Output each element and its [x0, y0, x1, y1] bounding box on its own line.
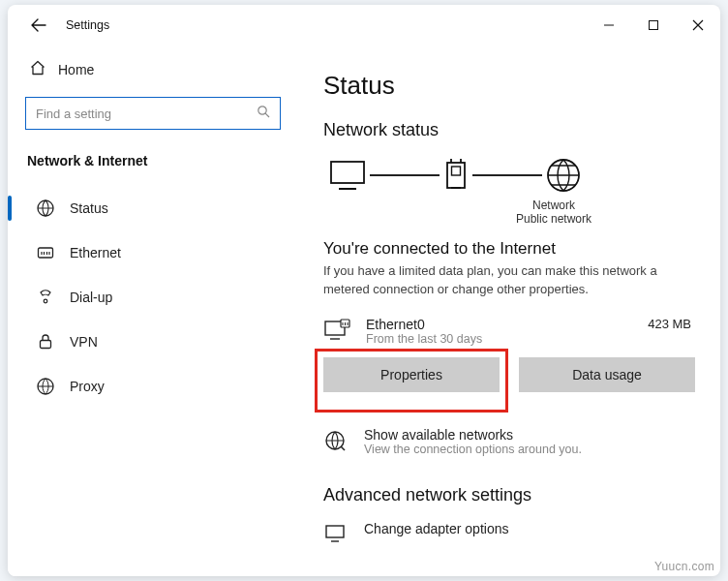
minimize-icon [603, 19, 615, 31]
available-networks-icon [323, 429, 350, 456]
router-icon [441, 159, 470, 192]
page-title: Status [323, 71, 695, 101]
show-available-networks[interactable]: Show available networks View the connect… [323, 427, 695, 456]
sidebar-home-label: Home [58, 62, 94, 77]
watermark: Yuucn.com [654, 560, 714, 573]
status-icon [35, 199, 56, 218]
diagram-center-label: Network [532, 199, 575, 212]
connection-sub: From the last 30 days [366, 332, 634, 346]
sidebar-item-proxy[interactable]: Proxy [25, 364, 281, 409]
search-input[interactable] [36, 107, 257, 121]
svg-rect-0 [650, 21, 658, 30]
network-status-heading: Network status [323, 120, 695, 140]
change-adapter-label: Change adapter options [364, 521, 508, 536]
network-diagram [323, 156, 695, 195]
minimize-button[interactable] [587, 5, 631, 46]
advanced-heading: Advanced network settings [323, 485, 695, 505]
svg-rect-9 [452, 167, 461, 175]
maximize-icon [648, 19, 659, 31]
settings-window: Settings Home [8, 5, 720, 576]
close-icon [692, 19, 704, 31]
connection-ethernet-icon [323, 319, 352, 348]
svg-rect-5 [41, 341, 51, 349]
search-box[interactable] [25, 97, 281, 130]
change-adapter-options[interactable]: Change adapter options [323, 521, 695, 548]
svg-rect-3 [39, 248, 53, 258]
svg-point-4 [44, 299, 47, 303]
properties-highlight: Properties [323, 357, 500, 392]
sidebar-item-label: Ethernet [70, 245, 121, 260]
vpn-icon [35, 332, 56, 352]
connection-buttons: Properties Data usage [323, 357, 695, 392]
back-button[interactable] [25, 12, 52, 39]
data-usage-button[interactable]: Data usage [519, 357, 695, 392]
properties-button[interactable]: Properties [323, 357, 500, 392]
dialup-icon [35, 288, 56, 307]
sidebar-item-vpn[interactable]: VPN [25, 320, 281, 364]
sidebar-item-ethernet[interactable]: Ethernet [25, 230, 281, 275]
connected-title: You're connected to the Internet [323, 239, 695, 259]
diagram-line [472, 174, 542, 176]
diagram-caption: Network Public network [412, 199, 695, 226]
globe-icon [544, 156, 583, 195]
arrow-left-icon [31, 17, 46, 33]
sidebar-list: Status Ethernet Dial-up [25, 186, 281, 409]
adapter-icon [323, 523, 350, 548]
svg-rect-7 [331, 162, 364, 183]
svg-rect-14 [326, 526, 344, 537]
proxy-icon [35, 377, 56, 396]
sidebar-item-dialup[interactable]: Dial-up [25, 275, 281, 320]
diagram-center-sub: Public network [516, 212, 592, 226]
maximize-button[interactable] [631, 5, 676, 46]
connection-info: Ethernet0 From the last 30 days [366, 317, 634, 346]
home-icon [29, 59, 46, 79]
available-networks-title: Show available networks [364, 427, 582, 443]
connected-help: If you have a limited data plan, you can… [323, 262, 695, 299]
diagram-line [370, 174, 440, 176]
connection-usage: 423 MB [648, 317, 691, 331]
connection-name: Ethernet0 [366, 317, 634, 332]
sidebar-item-label: Status [70, 200, 108, 216]
ethernet-icon [35, 243, 56, 262]
available-networks-sub: View the connection options around you. [364, 443, 582, 456]
titlebar: Settings [8, 5, 720, 46]
close-button[interactable] [676, 5, 720, 46]
content: Status Network status Network Public net… [298, 46, 720, 576]
app-title: Settings [66, 18, 109, 32]
window-controls [587, 5, 720, 46]
sidebar-item-label: Proxy [70, 379, 105, 394]
sidebar-item-status[interactable]: Status [25, 186, 281, 230]
sidebar: Home Network & Internet Status [8, 46, 298, 576]
sidebar-heading: Network & Internet [25, 153, 281, 168]
sidebar-item-label: VPN [70, 334, 98, 350]
body: Home Network & Internet Status [8, 46, 720, 576]
svg-point-1 [258, 107, 266, 114]
sidebar-home[interactable]: Home [25, 51, 281, 87]
sidebar-item-label: Dial-up [70, 290, 112, 305]
pc-icon [327, 158, 368, 193]
connection-row: Ethernet0 From the last 30 days 423 MB [323, 317, 695, 348]
search-icon [257, 105, 270, 122]
